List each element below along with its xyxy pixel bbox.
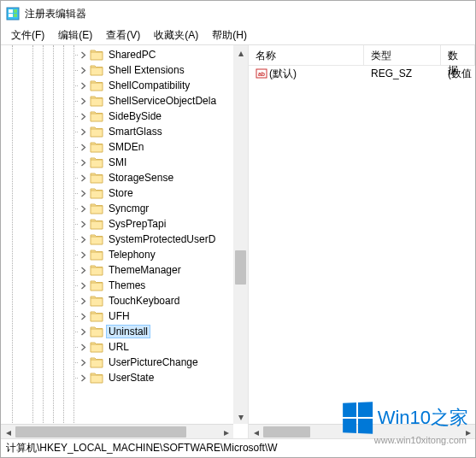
menu-view[interactable]: 查看(V) <box>99 26 147 44</box>
menu-edit[interactable]: 编辑(E) <box>51 26 99 44</box>
tree-item-label[interactable]: Uninstall <box>106 325 150 338</box>
expand-icon[interactable] <box>78 280 88 291</box>
scroll-thumb-v[interactable] <box>235 250 246 285</box>
tree-item-label[interactable]: SMDEn <box>106 140 146 154</box>
expand-icon[interactable] <box>78 142 88 152</box>
tree-item[interactable]: URL <box>1 339 248 355</box>
scroll-up-arrow[interactable]: ▴ <box>233 45 248 60</box>
tree-item[interactable]: SMI <box>1 155 248 170</box>
header-name[interactable]: 名称 <box>249 45 364 65</box>
list-horizontal-scrollbar[interactable]: ◂ ▸ <box>249 424 475 438</box>
svg-rect-1 <box>9 9 13 13</box>
tree-item[interactable]: SysPrepTapi <box>1 216 248 232</box>
tree-item[interactable]: SystemProtectedUserD <box>1 232 248 247</box>
expand-icon[interactable] <box>78 311 88 321</box>
scroll-thumb-h[interactable] <box>263 426 310 437</box>
tree-item-label[interactable]: SharedPC <box>106 48 158 62</box>
tree-item[interactable]: Uninstall <box>1 324 248 339</box>
tree-item-label[interactable]: ShellServiceObjectDela <box>106 94 219 108</box>
expand-icon[interactable] <box>78 296 88 306</box>
tree-item[interactable]: Telephony <box>1 247 248 262</box>
tree-item[interactable]: Shell Extensions <box>1 62 248 78</box>
tree-item-label[interactable]: UFH <box>106 309 132 323</box>
folder-icon <box>90 110 103 122</box>
tree-item-label[interactable]: ThemeManager <box>106 263 184 277</box>
scroll-thumb-h[interactable] <box>15 426 186 437</box>
menu-file[interactable]: 文件(F) <box>4 26 51 44</box>
tree-item-label[interactable]: SmartGlass <box>106 125 165 138</box>
tree-horizontal-scrollbar[interactable]: ◂ ▸ <box>1 424 233 438</box>
tree-item[interactable]: SMDEn <box>1 139 248 155</box>
expand-icon[interactable] <box>78 373 88 383</box>
tree-item-label[interactable]: Syncmgr <box>106 202 151 215</box>
tree-item[interactable]: SmartGlass <box>1 124 248 139</box>
tree-item[interactable]: ShellServiceObjectDela <box>1 93 248 109</box>
tree-item[interactable]: Themes <box>1 278 248 293</box>
tree-item[interactable]: Syncmgr <box>1 201 248 216</box>
tree-item[interactable]: SideBySide <box>1 109 248 124</box>
folder-icon <box>90 79 103 91</box>
expand-icon[interactable] <box>78 157 88 167</box>
menubar: 文件(F) 编辑(E) 查看(V) 收藏夹(A) 帮助(H) <box>1 26 475 45</box>
expand-icon[interactable] <box>78 265 88 275</box>
tree-item-label[interactable]: Shell Extensions <box>106 63 187 77</box>
expand-icon[interactable] <box>78 65 88 75</box>
tree-item[interactable]: TouchKeyboard <box>1 293 248 308</box>
expand-icon[interactable] <box>78 326 88 337</box>
header-data[interactable]: 数据 <box>441 45 475 65</box>
list-row[interactable]: ab(默认)REG_SZ(数值 <box>249 66 475 81</box>
tree-item[interactable]: SharedPC <box>1 47 248 62</box>
tree-item[interactable]: StorageSense <box>1 170 248 185</box>
tree-item-label[interactable]: UserPictureChange <box>106 355 201 369</box>
expand-icon[interactable] <box>78 173 88 183</box>
expand-icon[interactable] <box>78 203 88 214</box>
tree-item-label[interactable]: Store <box>106 186 136 200</box>
string-value-icon: ab <box>256 68 267 79</box>
scroll-left-arrow[interactable]: ◂ <box>249 425 263 438</box>
folder-icon <box>90 310 103 322</box>
tree-item-label[interactable]: UserState <box>106 371 156 385</box>
tree-item[interactable]: UFH <box>1 308 248 324</box>
tree-item-label[interactable]: TouchKeyboard <box>106 294 182 308</box>
expand-icon[interactable] <box>78 80 88 91</box>
expand-icon[interactable] <box>78 342 88 352</box>
expand-icon[interactable] <box>78 111 88 121</box>
tree-item-label[interactable]: ShellCompatibility <box>106 79 192 92</box>
header-type[interactable]: 类型 <box>364 45 441 65</box>
tree-item-label[interactable]: Themes <box>106 279 148 292</box>
expand-icon[interactable] <box>78 50 88 60</box>
menu-help[interactable]: 帮助(H) <box>205 26 254 44</box>
tree-item-label[interactable]: StorageSense <box>106 171 176 185</box>
tree-item-label[interactable]: Telephony <box>106 248 158 261</box>
folder-icon <box>90 372 103 384</box>
menu-favorites[interactable]: 收藏夹(A) <box>147 26 205 44</box>
tree-item-label[interactable]: SideBySide <box>106 109 164 123</box>
tree-item[interactable]: ShellCompatibility <box>1 78 248 93</box>
tree-item[interactable]: UserState <box>1 370 248 385</box>
tree-vertical-scrollbar[interactable]: ▴ ▾ <box>233 45 248 424</box>
tree-item[interactable]: Store <box>1 185 248 201</box>
scroll-left-arrow[interactable]: ◂ <box>1 425 15 438</box>
scroll-down-arrow[interactable]: ▾ <box>233 409 248 424</box>
expand-icon[interactable] <box>78 219 88 229</box>
tree-item[interactable]: UserPictureChange <box>1 355 248 370</box>
tree-item-label[interactable]: SMI <box>106 156 129 169</box>
content-area: SharedPCShell ExtensionsShellCompatibili… <box>1 45 475 438</box>
folder-icon <box>90 172 103 184</box>
tree-item-label[interactable]: SysPrepTapi <box>106 217 168 231</box>
tree-item[interactable]: ThemeManager <box>1 262 248 278</box>
expand-icon[interactable] <box>78 357 88 367</box>
tree-item-label[interactable]: URL <box>106 340 132 354</box>
list-rows[interactable]: ab(默认)REG_SZ(数值 <box>249 66 475 424</box>
expand-icon[interactable] <box>78 126 88 137</box>
expand-icon[interactable] <box>78 250 88 260</box>
expand-icon[interactable] <box>78 96 88 106</box>
tree[interactable]: SharedPCShell ExtensionsShellCompatibili… <box>1 45 248 385</box>
scroll-right-arrow[interactable]: ▸ <box>219 425 233 438</box>
registry-editor-window: 注册表编辑器 文件(F) 编辑(E) 查看(V) 收藏夹(A) 帮助(H) Sh… <box>0 0 476 458</box>
tree-item-label[interactable]: SystemProtectedUserD <box>106 232 218 246</box>
titlebar[interactable]: 注册表编辑器 <box>1 1 475 26</box>
expand-icon[interactable] <box>78 188 88 198</box>
scroll-right-arrow[interactable]: ▸ <box>461 425 475 438</box>
expand-icon[interactable] <box>78 234 88 244</box>
